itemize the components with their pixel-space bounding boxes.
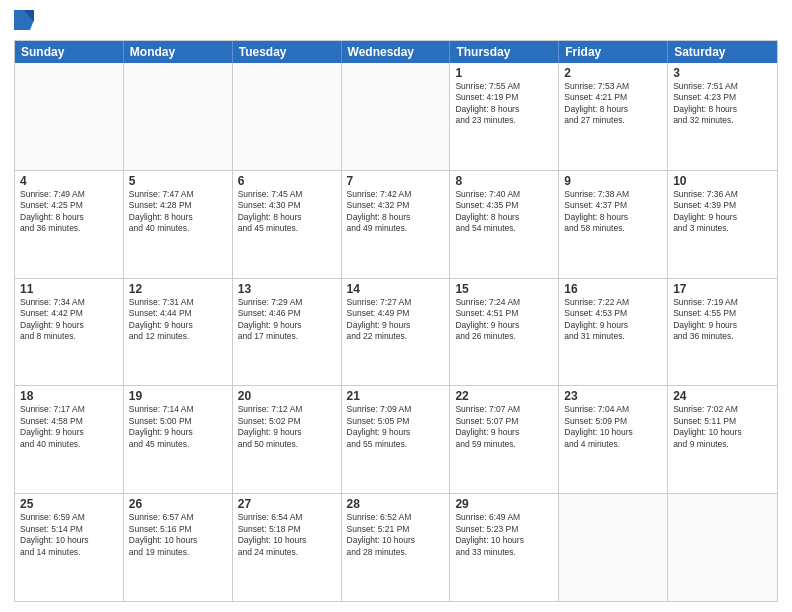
day-number: 11 [20,282,118,296]
calendar-cell-4-4: 29Sunrise: 6:49 AM Sunset: 5:23 PM Dayli… [450,494,559,601]
day-number: 23 [564,389,662,403]
calendar-cell-3-0: 18Sunrise: 7:17 AM Sunset: 4:58 PM Dayli… [15,386,124,493]
calendar-cell-3-1: 19Sunrise: 7:14 AM Sunset: 5:00 PM Dayli… [124,386,233,493]
cell-info: Sunrise: 7:19 AM Sunset: 4:55 PM Dayligh… [673,297,772,343]
header-day-friday: Friday [559,41,668,63]
cell-info: Sunrise: 7:29 AM Sunset: 4:46 PM Dayligh… [238,297,336,343]
day-number: 12 [129,282,227,296]
calendar-cell-2-6: 17Sunrise: 7:19 AM Sunset: 4:55 PM Dayli… [668,279,777,386]
calendar-cell-2-4: 15Sunrise: 7:24 AM Sunset: 4:51 PM Dayli… [450,279,559,386]
day-number: 19 [129,389,227,403]
day-number: 24 [673,389,772,403]
cell-info: Sunrise: 7:49 AM Sunset: 4:25 PM Dayligh… [20,189,118,235]
page: SundayMondayTuesdayWednesdayThursdayFrid… [0,0,792,612]
day-number: 17 [673,282,772,296]
day-number: 10 [673,174,772,188]
calendar-cell-0-6: 3Sunrise: 7:51 AM Sunset: 4:23 PM Daylig… [668,63,777,170]
day-number: 25 [20,497,118,511]
header [14,10,778,34]
calendar-cell-0-2 [233,63,342,170]
cell-info: Sunrise: 7:53 AM Sunset: 4:21 PM Dayligh… [564,81,662,127]
header-day-monday: Monday [124,41,233,63]
cell-info: Sunrise: 7:40 AM Sunset: 4:35 PM Dayligh… [455,189,553,235]
calendar-cell-3-3: 21Sunrise: 7:09 AM Sunset: 5:05 PM Dayli… [342,386,451,493]
calendar-cell-4-5 [559,494,668,601]
calendar-cell-4-2: 27Sunrise: 6:54 AM Sunset: 5:18 PM Dayli… [233,494,342,601]
calendar-header: SundayMondayTuesdayWednesdayThursdayFrid… [15,41,777,63]
calendar-cell-0-0 [15,63,124,170]
cell-info: Sunrise: 7:31 AM Sunset: 4:44 PM Dayligh… [129,297,227,343]
calendar-cell-3-2: 20Sunrise: 7:12 AM Sunset: 5:02 PM Dayli… [233,386,342,493]
day-number: 6 [238,174,336,188]
calendar-cell-1-4: 8Sunrise: 7:40 AM Sunset: 4:35 PM Daylig… [450,171,559,278]
day-number: 28 [347,497,445,511]
calendar-row-4: 25Sunrise: 6:59 AM Sunset: 5:14 PM Dayli… [15,493,777,601]
cell-info: Sunrise: 7:24 AM Sunset: 4:51 PM Dayligh… [455,297,553,343]
day-number: 18 [20,389,118,403]
calendar-cell-2-3: 14Sunrise: 7:27 AM Sunset: 4:49 PM Dayli… [342,279,451,386]
cell-info: Sunrise: 7:22 AM Sunset: 4:53 PM Dayligh… [564,297,662,343]
cell-info: Sunrise: 6:59 AM Sunset: 5:14 PM Dayligh… [20,512,118,558]
calendar-cell-0-5: 2Sunrise: 7:53 AM Sunset: 4:21 PM Daylig… [559,63,668,170]
logo [14,10,38,34]
cell-info: Sunrise: 6:54 AM Sunset: 5:18 PM Dayligh… [238,512,336,558]
calendar-cell-1-2: 6Sunrise: 7:45 AM Sunset: 4:30 PM Daylig… [233,171,342,278]
cell-info: Sunrise: 7:36 AM Sunset: 4:39 PM Dayligh… [673,189,772,235]
calendar-cell-0-4: 1Sunrise: 7:55 AM Sunset: 4:19 PM Daylig… [450,63,559,170]
day-number: 14 [347,282,445,296]
calendar-cell-4-1: 26Sunrise: 6:57 AM Sunset: 5:16 PM Dayli… [124,494,233,601]
cell-info: Sunrise: 7:27 AM Sunset: 4:49 PM Dayligh… [347,297,445,343]
calendar-cell-1-6: 10Sunrise: 7:36 AM Sunset: 4:39 PM Dayli… [668,171,777,278]
cell-info: Sunrise: 7:55 AM Sunset: 4:19 PM Dayligh… [455,81,553,127]
day-number: 22 [455,389,553,403]
cell-info: Sunrise: 7:45 AM Sunset: 4:30 PM Dayligh… [238,189,336,235]
cell-info: Sunrise: 7:02 AM Sunset: 5:11 PM Dayligh… [673,404,772,450]
day-number: 8 [455,174,553,188]
calendar-cell-2-1: 12Sunrise: 7:31 AM Sunset: 4:44 PM Dayli… [124,279,233,386]
calendar-cell-2-0: 11Sunrise: 7:34 AM Sunset: 4:42 PM Dayli… [15,279,124,386]
day-number: 7 [347,174,445,188]
cell-info: Sunrise: 7:09 AM Sunset: 5:05 PM Dayligh… [347,404,445,450]
day-number: 27 [238,497,336,511]
day-number: 26 [129,497,227,511]
calendar-cell-0-3 [342,63,451,170]
cell-info: Sunrise: 7:34 AM Sunset: 4:42 PM Dayligh… [20,297,118,343]
calendar-cell-4-3: 28Sunrise: 6:52 AM Sunset: 5:21 PM Dayli… [342,494,451,601]
day-number: 21 [347,389,445,403]
calendar-row-1: 4Sunrise: 7:49 AM Sunset: 4:25 PM Daylig… [15,170,777,278]
logo-icon [14,10,34,34]
cell-info: Sunrise: 7:07 AM Sunset: 5:07 PM Dayligh… [455,404,553,450]
day-number: 16 [564,282,662,296]
calendar-cell-3-4: 22Sunrise: 7:07 AM Sunset: 5:07 PM Dayli… [450,386,559,493]
day-number: 13 [238,282,336,296]
cell-info: Sunrise: 6:57 AM Sunset: 5:16 PM Dayligh… [129,512,227,558]
day-number: 29 [455,497,553,511]
day-number: 5 [129,174,227,188]
calendar-cell-4-6 [668,494,777,601]
header-day-tuesday: Tuesday [233,41,342,63]
day-number: 2 [564,66,662,80]
calendar: SundayMondayTuesdayWednesdayThursdayFrid… [14,40,778,602]
calendar-cell-1-3: 7Sunrise: 7:42 AM Sunset: 4:32 PM Daylig… [342,171,451,278]
calendar-cell-1-5: 9Sunrise: 7:38 AM Sunset: 4:37 PM Daylig… [559,171,668,278]
calendar-cell-3-5: 23Sunrise: 7:04 AM Sunset: 5:09 PM Dayli… [559,386,668,493]
cell-info: Sunrise: 7:04 AM Sunset: 5:09 PM Dayligh… [564,404,662,450]
day-number: 20 [238,389,336,403]
header-day-saturday: Saturday [668,41,777,63]
header-day-thursday: Thursday [450,41,559,63]
cell-info: Sunrise: 6:52 AM Sunset: 5:21 PM Dayligh… [347,512,445,558]
day-number: 9 [564,174,662,188]
cell-info: Sunrise: 7:12 AM Sunset: 5:02 PM Dayligh… [238,404,336,450]
calendar-row-0: 1Sunrise: 7:55 AM Sunset: 4:19 PM Daylig… [15,63,777,170]
calendar-row-2: 11Sunrise: 7:34 AM Sunset: 4:42 PM Dayli… [15,278,777,386]
calendar-body: 1Sunrise: 7:55 AM Sunset: 4:19 PM Daylig… [15,63,777,601]
day-number: 3 [673,66,772,80]
calendar-cell-3-6: 24Sunrise: 7:02 AM Sunset: 5:11 PM Dayli… [668,386,777,493]
calendar-row-3: 18Sunrise: 7:17 AM Sunset: 4:58 PM Dayli… [15,385,777,493]
calendar-cell-4-0: 25Sunrise: 6:59 AM Sunset: 5:14 PM Dayli… [15,494,124,601]
calendar-cell-2-2: 13Sunrise: 7:29 AM Sunset: 4:46 PM Dayli… [233,279,342,386]
cell-info: Sunrise: 7:14 AM Sunset: 5:00 PM Dayligh… [129,404,227,450]
day-number: 15 [455,282,553,296]
calendar-cell-0-1 [124,63,233,170]
header-day-wednesday: Wednesday [342,41,451,63]
